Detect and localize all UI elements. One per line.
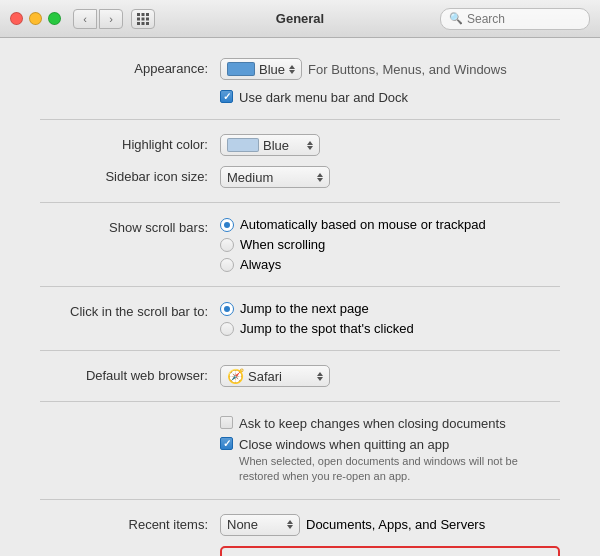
show-scroll-bars-control: Automatically based on mouse or trackpad…	[220, 217, 486, 272]
browser-arrow-up-icon	[317, 372, 323, 376]
click-jump-page-item: Jump to the next page	[220, 301, 414, 316]
svg-rect-8	[146, 22, 149, 25]
click-jump-page-label: Jump to the next page	[240, 301, 369, 316]
scroll-when-radio[interactable]	[220, 238, 234, 252]
recent-arrow-down-icon	[287, 525, 293, 529]
show-scroll-bars-group: Automatically based on mouse or trackpad…	[220, 217, 486, 272]
nav-buttons: ‹ ›	[73, 9, 123, 29]
traffic-lights	[10, 12, 61, 25]
maximize-button[interactable]	[48, 12, 61, 25]
default-browser-control: 🧭 Safari	[220, 365, 330, 387]
arrow-up-icon	[289, 65, 295, 69]
search-box[interactable]: 🔍	[440, 8, 590, 30]
highlight-color-value: Blue	[263, 138, 289, 153]
search-input[interactable]	[467, 12, 581, 26]
click-scroll-group: Jump to the next page Jump to the spot t…	[220, 301, 414, 336]
ask-keep-changes-label: Ask to keep changes when closing documen…	[239, 416, 506, 431]
divider-4	[40, 350, 560, 351]
divider-2	[40, 202, 560, 203]
minimize-button[interactable]	[29, 12, 42, 25]
close-windows-content: Close windows when quitting an app When …	[239, 437, 519, 485]
scroll-auto-label: Automatically based on mouse or trackpad	[240, 217, 486, 232]
divider-1	[40, 119, 560, 120]
highlight-arrow-down-icon	[307, 146, 313, 150]
appearance-dropdown[interactable]: Blue	[220, 58, 302, 80]
highlight-color-row: Highlight color: Blue	[40, 134, 560, 156]
svg-rect-3	[137, 17, 140, 20]
safari-icon: 🧭	[227, 368, 244, 384]
click-jump-spot-radio[interactable]	[220, 322, 234, 336]
grid-button[interactable]	[131, 9, 155, 29]
highlight-dropdown-arrows	[307, 141, 313, 150]
handoff-row: Allow Handoff between this Mac and your …	[220, 546, 560, 556]
highlight-color-swatch	[227, 138, 259, 152]
appearance-label: Appearance:	[40, 58, 220, 76]
scroll-auto-item: Automatically based on mouse or trackpad	[220, 217, 486, 232]
close-windows-label: Close windows when quitting an app	[239, 437, 519, 452]
highlight-arrow-up-icon	[307, 141, 313, 145]
divider-5	[40, 401, 560, 402]
appearance-suffix: For Buttons, Menus, and Windows	[308, 62, 507, 77]
click-scroll-row: Click in the scroll bar to: Jump to the …	[40, 301, 560, 336]
recent-dropdown-arrows	[287, 520, 293, 529]
svg-rect-7	[142, 22, 145, 25]
dark-menu-label: Use dark menu bar and Dock	[239, 90, 408, 105]
default-browser-dropdown[interactable]: 🧭 Safari	[220, 365, 330, 387]
sidebar-icon-size-label: Sidebar icon size:	[40, 166, 220, 184]
svg-rect-6	[137, 22, 140, 25]
highlight-color-control: Blue	[220, 134, 320, 156]
window-title: General	[276, 11, 324, 26]
preferences-content: Appearance: Blue For Buttons, Menus, and…	[0, 38, 600, 556]
click-jump-page-radio[interactable]	[220, 302, 234, 316]
appearance-value: Blue	[259, 62, 285, 77]
recent-items-suffix: Documents, Apps, and Servers	[306, 517, 485, 532]
click-jump-spot-item: Jump to the spot that's clicked	[220, 321, 414, 336]
dark-menu-row: Use dark menu bar and Dock	[220, 90, 560, 105]
close-windows-checkbox[interactable]	[220, 437, 233, 450]
ask-keep-changes-checkbox[interactable]	[220, 416, 233, 429]
sidebar-icon-size-value: Medium	[227, 170, 273, 185]
dark-menu-checkbox[interactable]	[220, 90, 233, 103]
recent-items-value: None	[227, 517, 258, 532]
arrow-down-icon	[289, 70, 295, 74]
titlebar: ‹ › General 🔍	[0, 0, 600, 38]
appearance-color-swatch	[227, 62, 255, 76]
sidebar-icon-size-control: Medium	[220, 166, 330, 188]
back-button[interactable]: ‹	[73, 9, 97, 29]
ask-keep-changes-row: Ask to keep changes when closing documen…	[220, 416, 560, 431]
scroll-always-item: Always	[220, 257, 486, 272]
scroll-when-label: When scrolling	[240, 237, 325, 252]
click-scroll-control: Jump to the next page Jump to the spot t…	[220, 301, 414, 336]
scroll-always-label: Always	[240, 257, 281, 272]
divider-3	[40, 286, 560, 287]
close-button[interactable]	[10, 12, 23, 25]
divider-6	[40, 499, 560, 500]
forward-button[interactable]: ›	[99, 9, 123, 29]
appearance-control: Blue For Buttons, Menus, and Windows	[220, 58, 507, 80]
sidebar-icon-size-dropdown[interactable]: Medium	[220, 166, 330, 188]
recent-items-row: Recent items: None Documents, Apps, and …	[40, 514, 560, 536]
svg-rect-4	[142, 17, 145, 20]
svg-rect-2	[146, 13, 149, 16]
browser-dropdown-arrows	[317, 372, 323, 381]
scroll-auto-radio[interactable]	[220, 218, 234, 232]
click-jump-spot-label: Jump to the spot that's clicked	[240, 321, 414, 336]
scroll-always-radio[interactable]	[220, 258, 234, 272]
close-windows-row: Close windows when quitting an app When …	[220, 437, 560, 485]
recent-items-dropdown[interactable]: None	[220, 514, 300, 536]
svg-rect-1	[142, 13, 145, 16]
recent-arrow-up-icon	[287, 520, 293, 524]
show-scroll-bars-row: Show scroll bars: Automatically based on…	[40, 217, 560, 272]
highlight-color-dropdown[interactable]: Blue	[220, 134, 320, 156]
appearance-row: Appearance: Blue For Buttons, Menus, and…	[40, 58, 560, 80]
sidebar-arrow-up-icon	[317, 173, 323, 177]
click-scroll-label: Click in the scroll bar to:	[40, 301, 220, 319]
sidebar-dropdown-arrows	[317, 173, 323, 182]
search-icon: 🔍	[449, 12, 463, 25]
sidebar-arrow-down-icon	[317, 178, 323, 182]
default-browser-value: Safari	[248, 369, 282, 384]
default-browser-label: Default web browser:	[40, 365, 220, 383]
default-browser-row: Default web browser: 🧭 Safari	[40, 365, 560, 387]
svg-rect-5	[146, 17, 149, 20]
show-scroll-bars-label: Show scroll bars:	[40, 217, 220, 235]
